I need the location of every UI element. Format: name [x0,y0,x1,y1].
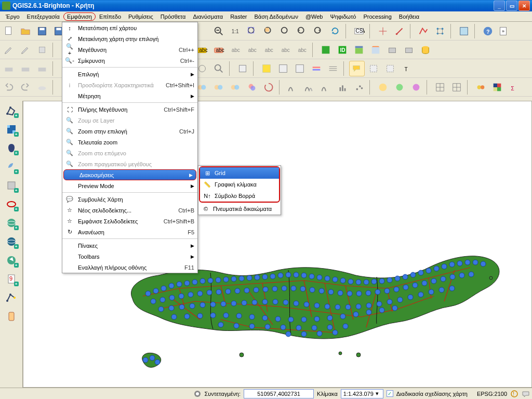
tool-t4[interactable] [432,23,448,39]
new-project-button[interactable] [1,23,17,39]
view-menu-item[interactable]: 🔍Τελευταία zoom [62,137,197,148]
add-wcs-button[interactable]: + [4,234,19,249]
geo-tool-5[interactable] [261,79,276,95]
chart-tool-4[interactable] [335,79,350,95]
checker-tool[interactable] [489,79,505,95]
menu-βάση δεδομένων[interactable]: Βάση Δεδομένων [251,12,302,21]
row3-btn-3[interactable] [34,61,50,76]
help-arrow[interactable]: » [500,27,507,35]
menu-βοήθεια[interactable]: Βοήθεια [395,12,423,21]
add-mssql-button[interactable]: + [4,178,19,193]
srs-icon[interactable]: ! [510,390,518,398]
menu-διανύσματα[interactable]: Διανύσματα [189,12,227,21]
view-menu-item[interactable]: ⤢Μετακίνηση χάρτη στην επιλογή [62,33,197,44]
messages-icon[interactable] [522,390,530,398]
geo-tool-4[interactable] [244,79,260,95]
label-abc-7[interactable]: abc [294,42,310,58]
decorations-item[interactable]: 📏Γραφική κλίμακα [200,179,279,190]
chart-tool-2[interactable] [301,79,317,95]
view-menu-item[interactable]: Διακοσμήσεις▶ [63,169,196,180]
row3-btn-5[interactable] [211,61,227,76]
view-menu-item[interactable]: 🔍-ΣμίκρυνσηCtrl+- [62,55,197,66]
row4-btn-3[interactable] [34,79,50,95]
tool-t2[interactable] [392,23,407,39]
add-csv-button[interactable]: 9+ [4,271,19,287]
toggle-extent-icon[interactable] [193,390,202,398]
menu-ψηφιδωτό[interactable]: Ψηφιδωτό [327,12,360,21]
tool-t1[interactable] [375,23,391,39]
decorations-item[interactable]: N↑Σύμβολο Βορρά [200,190,279,202]
row3-btn-7[interactable] [259,61,274,76]
view-menu-item[interactable]: Πίνακες▶ [62,240,197,251]
view-menu-item[interactable]: Επιλογή▶ [62,69,197,79]
tool-t5[interactable] [456,23,472,39]
plugin-6[interactable] [401,42,417,58]
view-menu-item[interactable]: Μέτρηση▶ [62,90,197,101]
label-abc-4[interactable]: abc [244,42,260,58]
menu-ρυθμίσεις[interactable]: Ρυθμίσεις [125,12,157,21]
text-tool-button[interactable]: T [399,61,415,76]
row3-btn-8[interactable] [275,61,291,76]
scale-field[interactable]: 1:1.423.079▾ [341,389,383,398]
new-vector-button[interactable] [4,290,19,305]
add-vector-button[interactable]: + [4,103,19,118]
edit-pencil-button[interactable] [1,42,17,58]
row3-btn-1[interactable] [1,61,17,76]
add-wms-button[interactable]: + [4,215,19,231]
decorations-item[interactable]: ©Πνευματικά δικαιώματα [198,203,281,215]
add-spatialite-button[interactable]: + [4,159,19,175]
coord-field[interactable]: 510957,4002731 [244,389,314,398]
menu-@web[interactable]: @Web [302,12,327,21]
geo-tool-2[interactable] [211,79,227,95]
row3-btn-14[interactable] [382,61,398,76]
add-oracle-button[interactable]: + [4,196,19,212]
srs-label[interactable]: EPSG:2100 [477,391,507,397]
zoom-layer-button[interactable] [277,23,293,39]
add-raster-button[interactable]: + [4,122,19,137]
misc-tool-1[interactable] [375,79,391,95]
view-menu-item[interactable]: 🔍Ζοοm στην επιλογήCtrl+J [62,126,197,137]
maptips-button[interactable] [349,61,365,76]
label-abc-6[interactable]: abc [277,42,293,58]
menu-raster[interactable]: Raster [227,12,250,21]
view-menu-item[interactable]: Preview Mode▶ [62,180,197,191]
menu-έργο[interactable]: Έργο [2,12,23,21]
menu-processing[interactable]: Processing [360,12,395,21]
chart-tool-1[interactable] [285,79,300,95]
minimize-button[interactable]: _ [494,1,505,11]
tool-t3[interactable] [416,23,431,39]
row3-btn-13[interactable] [366,61,381,76]
plugin-3[interactable] [351,42,367,58]
row3-btn-10[interactable] [309,61,324,76]
view-menu-item[interactable]: 🔍+ΜεγέθυνσηCtrl++ [62,44,197,55]
refresh-button[interactable] [327,23,343,39]
grid-tool-1[interactable] [432,79,448,95]
menu-επεξεργασία[interactable]: Επεξεργασία [23,12,63,21]
plugin-1[interactable] [318,42,334,58]
plugin-5[interactable] [384,42,400,58]
render-checkbox[interactable]: ✓ [387,390,393,397]
open-project-button[interactable] [18,23,33,39]
circles-tool[interactable] [473,79,488,95]
redo-button[interactable] [18,79,33,95]
plugin-4[interactable] [368,42,383,58]
row3-btn-6[interactable] [235,61,250,76]
row3-btn-11[interactable] [325,61,341,76]
row3-btn-2[interactable] [18,61,33,76]
decorations-item[interactable]: ⊞Grid [200,167,279,179]
view-menu-item[interactable]: ☆Εμφάνισε ΣελιδοδείκτεςCtrl+Shift+B [62,216,197,227]
menu-εμφάνιση[interactable]: Εμφάνιση [63,12,96,21]
sigma-tool[interactable]: Σ [506,79,522,95]
misc-tool-3[interactable] [408,79,424,95]
menu-επίπεδο[interactable]: Επίπεδο [96,12,125,21]
plugin-2[interactable]: ID [335,42,350,58]
zoom-next-button[interactable] [311,23,326,39]
view-menu-item[interactable]: Εναλλαγή πλήρους οθόνηςF11 [62,262,197,273]
geo-tool-3[interactable] [228,79,243,95]
zoom-full-button[interactable] [244,23,260,39]
add-wfs-button[interactable]: + [4,252,19,268]
label-abc-3[interactable]: abc [228,42,243,58]
zoom-last-button[interactable] [294,23,310,39]
label-abc-2[interactable]: abc [211,42,227,58]
view-menu-item[interactable]: ⛶Πλήρης ΜεγέθυνσηCtrl+Shift+F [62,104,197,115]
